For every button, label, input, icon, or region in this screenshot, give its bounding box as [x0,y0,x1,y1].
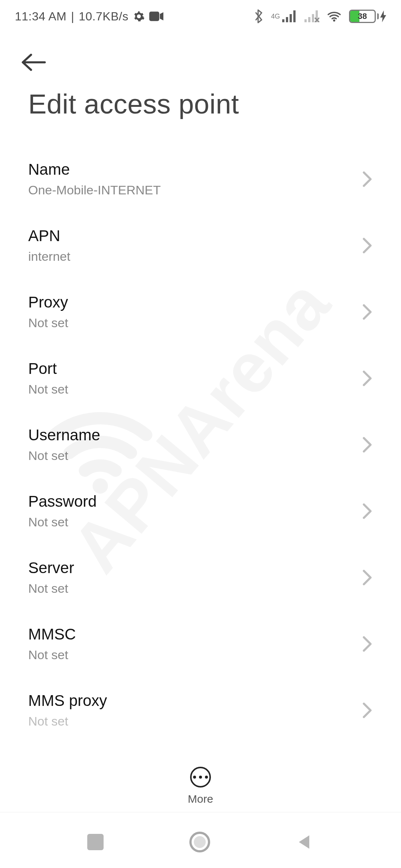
bluetooth-icon [254,9,264,23]
chevron-right-icon [362,569,373,586]
signal-bars-2-icon [304,10,319,22]
signal-bars-1-icon [282,10,297,22]
charging-icon [380,10,386,23]
status-right: 4G 38 [254,9,386,23]
row-server[interactable]: Server Not set [0,544,401,611]
row-value: Not set [28,316,362,330]
svg-rect-1 [149,11,159,21]
row-label: Password [28,493,362,510]
settings-list: Name One-Mobile-INTERNET APN internet Pr… [0,146,401,743]
row-password[interactable]: Password Not set [0,478,401,544]
row-value: Not set [28,448,362,463]
row-label: Port [28,360,362,378]
row-label: Username [28,426,362,444]
chevron-right-icon [362,636,373,652]
row-apn[interactable]: APN internet [0,212,401,279]
row-proxy[interactable]: Proxy Not set [0,279,401,345]
chevron-right-icon [362,503,373,519]
row-label: APN [28,227,362,245]
row-value: internet [28,249,362,264]
status-4g-text: 4G [271,13,280,20]
row-label: Proxy [28,293,362,311]
row-mms-proxy[interactable]: MMS proxy Not set [0,677,401,743]
svg-rect-4 [290,14,292,22]
nav-back-button[interactable] [296,833,314,851]
more-label: More [188,793,213,805]
row-value: One-Mobile-INTERNET [28,183,362,197]
row-mmsc[interactable]: MMSC Not set [0,611,401,677]
svg-rect-6 [304,19,307,22]
svg-rect-2 [282,19,284,22]
row-label: MMSC [28,625,362,643]
chevron-right-icon [362,304,373,320]
row-label: Name [28,161,362,178]
row-value: Not set [28,581,362,596]
battery-indicator: 38 [349,10,386,23]
video-icon [149,11,163,21]
nav-recents-button[interactable] [87,834,104,850]
status-bar: 11:34 AM | 10.7KB/s 4G 38 [0,0,401,33]
status-sep: | [71,10,74,23]
chevron-right-icon [362,702,373,719]
nav-home-button[interactable] [189,832,210,852]
svg-rect-7 [308,17,310,22]
gear-icon [133,10,145,22]
phone-frame: { "status": { "time": "11:34 AM", "netwo… [0,0,401,868]
back-button[interactable] [20,53,48,72]
row-value: Not set [28,714,362,729]
more-button[interactable] [190,767,211,788]
wifi-icon [327,10,342,22]
chevron-right-icon [362,237,373,254]
svg-rect-5 [293,10,296,22]
chevron-right-icon [362,370,373,387]
battery-percent: 38 [358,11,367,21]
row-label: Server [28,559,362,577]
footer-bar: More [0,767,401,812]
row-username[interactable]: Username Not set [0,411,401,478]
status-left: 11:34 AM | 10.7KB/s [15,10,163,23]
status-time: 11:34 AM [15,10,66,23]
chevron-right-icon [362,171,373,187]
svg-rect-3 [286,17,288,22]
chevron-right-icon [362,437,373,453]
row-name[interactable]: Name One-Mobile-INTERNET [0,146,401,212]
nav-bar [0,816,401,868]
svg-point-10 [333,19,335,22]
row-value: Not set [28,382,362,397]
row-value: Not set [28,648,362,662]
row-label: MMS proxy [28,692,362,710]
status-network-rate: 10.7KB/s [79,10,128,23]
row-port[interactable]: Port Not set [0,345,401,411]
row-value: Not set [28,515,362,529]
page-title: Edit access point [0,88,401,146]
svg-rect-8 [312,14,314,22]
